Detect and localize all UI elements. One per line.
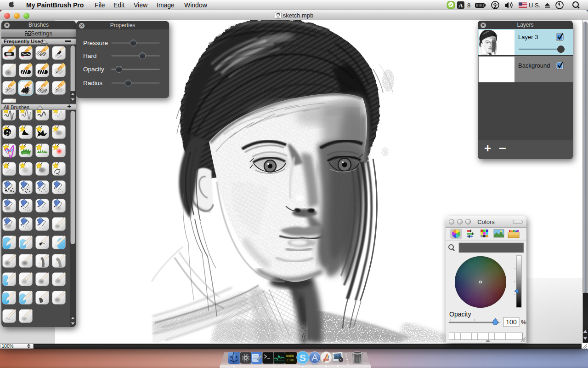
svg-text:U.S.: U.S. (529, 2, 540, 9)
svg-text:8: 8 (467, 2, 470, 9)
svg-text:%: % (521, 319, 526, 326)
svg-text:Hard: Hard (83, 52, 96, 59)
svg-text:A: A (458, 2, 463, 9)
svg-text:Pressure: Pressure (83, 40, 108, 46)
svg-text:100: 100 (506, 318, 517, 326)
svg-text:Opacity: Opacity (449, 310, 471, 318)
svg-text:Radius: Radius (83, 80, 102, 86)
svg-text:WARN: WARN (286, 354, 294, 358)
svg-text:Opacity: Opacity (83, 66, 104, 73)
